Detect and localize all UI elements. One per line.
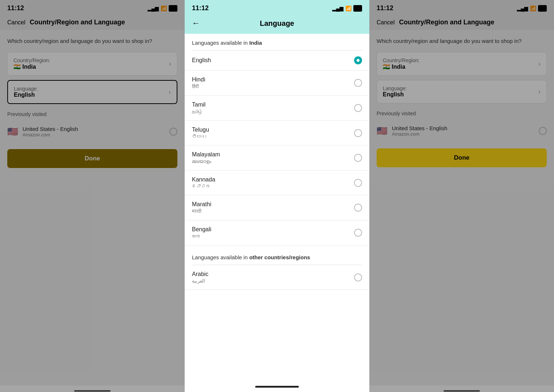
left-home-indicator <box>0 385 185 392</box>
right-country-card[interactable]: Country/Region: 🇮🇳 India › <box>377 52 547 76</box>
center-home-bar <box>255 386 299 388</box>
lang-item-bengali[interactable]: Bengali বাংলা <box>185 220 369 245</box>
left-prev-text: United States - English Amazon.com <box>23 126 78 137</box>
right-language-card[interactable]: Language: English › <box>377 80 547 103</box>
left-prev-flag: 🇺🇸 <box>7 127 18 137</box>
lang-native-bengali: বাংলা <box>192 233 211 239</box>
right-country-info: Country/Region: 🇮🇳 India <box>383 57 419 70</box>
right-body: Which country/region and language do you… <box>369 30 554 385</box>
center-status-bar: 11:12 ▂▄▆ 📶 99 <box>185 0 369 15</box>
center-signal-icon: ▂▄▆ <box>332 5 344 11</box>
right-panel: 11:12 ▂▄▆ 📶 99 Cancel Country/Region and… <box>369 0 554 392</box>
left-done-button[interactable]: Done <box>7 149 177 168</box>
lang-text-malayalam: Malayalam മലയാളം <box>192 151 220 164</box>
lang-native-malayalam: മലയാളം <box>192 159 220 164</box>
center-status-time: 11:12 <box>192 4 209 12</box>
center-home-indicator <box>185 381 369 392</box>
lang-item-english[interactable]: English <box>185 51 369 71</box>
lang-item-hindi[interactable]: Hindi हिंदी <box>185 71 369 96</box>
right-done-button[interactable]: Done <box>377 148 547 167</box>
lang-text-arabic: Arabic العربية <box>192 271 208 284</box>
right-country-label: Country/Region: <box>383 57 419 63</box>
left-country-card[interactable]: Country/Region: 🇮🇳 India › <box>7 52 177 76</box>
lang-text-hindi: Hindi हिंदी <box>192 76 205 89</box>
lang-radio-english[interactable] <box>354 56 362 64</box>
lang-radio-arabic[interactable] <box>354 273 362 281</box>
left-question-text: Which country/region and language do you… <box>7 37 177 45</box>
lang-radio-hindi[interactable] <box>354 79 362 87</box>
lang-item-marathi[interactable]: Marathi मराठी <box>185 195 369 220</box>
right-status-bar: 11:12 ▂▄▆ 📶 99 <box>369 0 554 15</box>
lang-item-malayalam[interactable]: Malayalam മലയാളം <box>185 145 369 171</box>
left-home-bar <box>74 390 111 392</box>
right-country-value: 🇮🇳 India <box>383 63 419 70</box>
right-status-icons: ▂▄▆ 📶 99 <box>517 5 547 12</box>
left-country-info: Country/Region: 🇮🇳 India <box>13 57 50 70</box>
signal-icon: ▂▄▆ <box>148 5 159 11</box>
left-status-time: 11:12 <box>7 4 24 12</box>
lang-name-arabic: Arabic <box>192 271 208 277</box>
left-country-label: Country/Region: <box>13 57 50 63</box>
lang-radio-telugu[interactable] <box>354 129 362 137</box>
left-panel: 11:12 ▂▄▆ 📶 99 Cancel Country/Region and… <box>0 0 185 392</box>
center-wifi-icon: 📶 <box>345 5 352 11</box>
lang-native-telugu: తెలుగు <box>192 134 209 139</box>
left-prev-radio[interactable] <box>169 128 177 136</box>
lang-name-malayalam: Malayalam <box>192 151 220 158</box>
right-prev-text: United States - English Amazon.com <box>392 125 447 137</box>
lang-name-telugu: Telugu <box>192 127 209 133</box>
left-nav-bar: Cancel Country/Region and Language <box>0 15 185 30</box>
battery-icon: 99 <box>169 5 177 12</box>
right-language-label: Language: <box>383 85 407 91</box>
lang-native-hindi: हिंदी <box>192 84 205 89</box>
lang-radio-tamil[interactable] <box>354 104 362 112</box>
lang-item-arabic[interactable]: Arabic العربية <box>185 265 369 290</box>
right-prev-item[interactable]: 🇺🇸 United States - English Amazon.com <box>377 121 547 141</box>
other-section-bold: other countries/regions <box>249 254 310 260</box>
india-section-header: Languages available in India <box>185 34 369 50</box>
other-section-prefix: Languages available in <box>192 254 249 260</box>
lang-native-marathi: मराठी <box>192 208 211 214</box>
lang-text-bengali: Bengali বাংলা <box>192 226 211 239</box>
lang-item-tamil[interactable]: Tamil தமிழ் <box>185 96 369 121</box>
right-question-text: Which country/region and language do you… <box>377 37 547 45</box>
india-section-bold: India <box>249 40 262 46</box>
left-country-chevron: › <box>169 60 171 68</box>
right-cancel-button[interactable]: Cancel <box>377 19 395 26</box>
left-language-label: Language: <box>14 86 38 92</box>
lang-text-tamil: Tamil தமிழ் <box>192 101 205 115</box>
lang-name-bengali: Bengali <box>192 226 211 233</box>
right-home-bar <box>443 390 480 392</box>
right-section-label: Previously visited <box>377 111 547 116</box>
right-prev-radio[interactable] <box>539 127 547 135</box>
lang-name-hindi: Hindi <box>192 76 205 83</box>
left-language-card[interactable]: Language: English › <box>7 80 177 104</box>
right-signal-icon: ▂▄▆ <box>517 5 529 11</box>
right-prev-sub: Amazon.com <box>392 131 447 137</box>
other-section-header: Languages available in other countries/r… <box>185 248 369 265</box>
lang-radio-bengali[interactable] <box>354 229 362 237</box>
left-cancel-button[interactable]: Cancel <box>7 19 25 26</box>
lang-item-kannada[interactable]: Kannada ಕನ್ನಡ <box>185 171 369 195</box>
back-button[interactable]: ← <box>192 19 200 28</box>
right-nav-bar: Cancel Country/Region and Language <box>369 15 554 30</box>
lang-radio-kannada[interactable] <box>354 179 362 187</box>
lang-radio-malayalam[interactable] <box>354 154 362 162</box>
right-wifi-icon: 📶 <box>530 5 536 11</box>
left-body: Which country/region and language do you… <box>0 30 185 385</box>
right-battery-icon: 99 <box>538 5 547 12</box>
lang-radio-marathi[interactable] <box>354 204 362 212</box>
left-prev-sub: Amazon.com <box>23 132 78 137</box>
lang-item-telugu[interactable]: Telugu తెలుగు <box>185 121 369 145</box>
lang-name-tamil: Tamil <box>192 101 205 108</box>
lang-name-marathi: Marathi <box>192 201 211 208</box>
right-language-chevron: › <box>538 88 541 96</box>
center-status-icons: ▂▄▆ 📶 99 <box>332 5 362 12</box>
lang-native-kannada: ಕನ್ನಡ <box>192 184 215 189</box>
india-section-prefix: Languages available in <box>192 40 249 46</box>
lang-text-english: English <box>192 57 211 64</box>
center-nav-bar: ← Language <box>185 15 369 34</box>
center-panel: 11:12 ▂▄▆ 📶 99 ← Language Languages avai… <box>185 0 369 392</box>
left-prev-item[interactable]: 🇺🇸 United States - English Amazon.com <box>7 121 177 142</box>
right-home-indicator <box>369 385 554 392</box>
